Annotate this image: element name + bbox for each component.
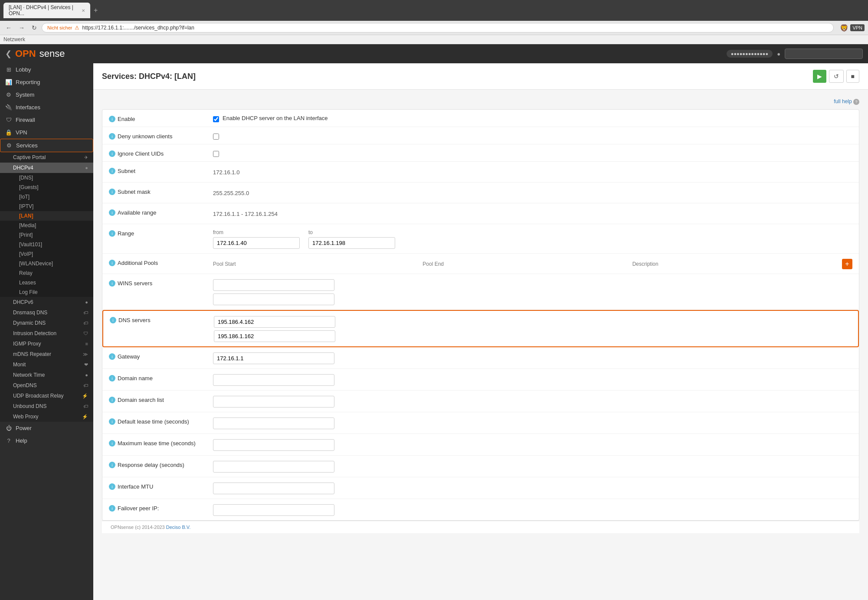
search-input[interactable] <box>785 49 863 59</box>
sidebar-submenu-unbound-dns[interactable]: Unbound DNS 🏷 <box>0 401 93 411</box>
sidebar-submenu-mdns[interactable]: mDNS Repeater ≫ <box>0 349 93 359</box>
sidebar-sub-dns[interactable]: [DNS] <box>0 173 93 183</box>
enable-info-icon[interactable]: i <box>109 116 115 122</box>
failover-input[interactable] <box>213 504 334 516</box>
range-info-icon[interactable]: i <box>109 230 115 237</box>
failover-info-icon[interactable]: i <box>109 505 115 512</box>
sidebar-sub-wlandevice[interactable]: [WLANDevice] <box>0 259 93 268</box>
sidebar-submenu-captive-portal[interactable]: Captive Portal ✈ <box>0 152 93 163</box>
sidebar-sub-guests[interactable]: [Guests] <box>0 183 93 192</box>
tab-close-button[interactable]: ✕ <box>82 8 85 13</box>
sidebar-submenu-intrusion-detection[interactable]: Intrusion Detection 🛡 <box>0 328 93 339</box>
dns-input-2[interactable] <box>214 330 335 342</box>
sidebar-sub-relay[interactable]: Relay <box>0 268 93 278</box>
deciso-link[interactable]: Deciso B.V. <box>166 525 190 530</box>
sidebar-submenu-igmp[interactable]: IGMP Proxy ≡ <box>0 339 93 349</box>
subnet-mask-info-icon[interactable]: i <box>109 189 115 195</box>
sidebar-item-vpn[interactable]: 🔒 VPN <box>0 126 93 139</box>
range-to-input[interactable] <box>308 237 395 249</box>
sidebar-submenu-dhcpv6[interactable]: DHCPv6 ● <box>0 297 93 307</box>
address-bar[interactable]: Nicht sicher ⚠ https://172.16.1.1:......… <box>42 23 834 33</box>
sidebar-item-lobby[interactable]: ⊞ Lobby <box>0 63 93 76</box>
interface-mtu-input[interactable] <box>213 483 334 494</box>
back-button[interactable]: ← <box>3 23 14 32</box>
default-lease-input[interactable] <box>213 417 334 429</box>
start-button[interactable]: ▶ <box>813 70 826 83</box>
forward-button[interactable]: → <box>16 23 27 32</box>
ignore-uids-info-icon[interactable]: i <box>109 150 115 157</box>
sidebar-submenu-monit[interactable]: Monit ❤ <box>0 359 93 370</box>
deny-info-icon[interactable]: i <box>109 133 115 140</box>
bookmarks-item[interactable]: Netzwerk <box>3 36 25 42</box>
udp-broadcast-label: UDP Broadcast Relay <box>13 393 64 399</box>
sidebar-sub-voip[interactable]: [VoIP] <box>0 249 93 259</box>
sidebar-sub-leases[interactable]: Leases <box>0 278 93 287</box>
sidebar-submenu-dhcpv4[interactable]: DHCPv4 ● <box>0 163 93 173</box>
sidebar-sub-print[interactable]: [Print] <box>0 230 93 240</box>
subnet-info-icon[interactable]: i <box>109 168 115 174</box>
sidebar-item-interfaces[interactable]: 🔌 Interfaces <box>0 101 93 114</box>
available-range-info-icon[interactable]: i <box>109 209 115 216</box>
reload-button[interactable]: ↻ <box>29 23 39 32</box>
subnet-static-value: 172.16.1.0 <box>213 167 239 178</box>
response-delay-info-icon[interactable]: i <box>109 462 115 468</box>
sidebar-item-power[interactable]: ⏻ Power <box>0 422 93 434</box>
sidebar-sub-iot[interactable]: [IoT] <box>0 192 93 202</box>
topbar: ❮ OPNsense ●●●●●●●●●●●●● ● <box>0 44 868 63</box>
monit-label: Monit <box>13 362 26 368</box>
domain-name-label: i Domain name <box>109 373 213 382</box>
dns-input-1[interactable] <box>214 316 335 328</box>
sidebar-item-help[interactable]: ? Help <box>0 434 93 447</box>
sidebar-item-firewall[interactable]: 🛡 Firewall <box>0 114 93 126</box>
max-lease-info-icon[interactable]: i <box>109 440 115 447</box>
sidebar-item-services[interactable]: ⚙ Services <box>0 139 93 152</box>
sidebar-item-reporting[interactable]: 📊 Reporting <box>0 76 93 88</box>
sidebar-submenu-dnsmasq[interactable]: Dnsmasq DNS 🏷 <box>0 307 93 318</box>
sidebar-submenu-dynamic-dns[interactable]: Dynamic DNS 🏷 <box>0 318 93 328</box>
full-help-link[interactable]: full help ? <box>102 98 859 105</box>
sidebar-sub-iptv[interactable]: [IPTV] <box>0 202 93 211</box>
sidebar-submenu-opendns[interactable]: OpenDNS 🏷 <box>0 380 93 391</box>
unbound-dns-icon: 🏷 <box>83 404 88 409</box>
default-lease-info-icon[interactable]: i <box>109 418 115 425</box>
domain-search-info-icon[interactable]: i <box>109 397 115 403</box>
refresh-button[interactable]: ↺ <box>829 70 844 83</box>
domain-name-input[interactable] <box>213 374 334 386</box>
sidebar-submenu-udp-broadcast[interactable]: UDP Broadcast Relay ⚡ <box>0 391 93 401</box>
sidebar-item-system[interactable]: ⚙ System <box>0 88 93 101</box>
browser-tab[interactable]: [LAN] · DHCPv4 | Services | OPN... ✕ <box>3 3 90 18</box>
default-lease-value <box>213 417 852 429</box>
dns-info-icon[interactable]: i <box>110 317 116 323</box>
wins-input-2[interactable] <box>213 293 334 305</box>
sidebar-label-system: System <box>16 91 34 98</box>
sidebar-sub-media[interactable]: [Media] <box>0 221 93 230</box>
range-from-input[interactable] <box>213 237 300 249</box>
stop-button[interactable]: ■ <box>846 70 859 83</box>
sidebar-submenu-web-proxy[interactable]: Web Proxy ⚡ <box>0 411 93 422</box>
sidebar-sub-log-file[interactable]: Log File <box>0 287 93 297</box>
wins-info-icon[interactable]: i <box>109 280 115 287</box>
interface-mtu-info-icon[interactable]: i <box>109 483 115 490</box>
collapse-button[interactable]: ❮ <box>5 49 12 59</box>
max-lease-input[interactable] <box>213 439 334 451</box>
mdns-icon: ≫ <box>83 352 88 357</box>
wins-input-1[interactable] <box>213 279 334 291</box>
domain-search-input[interactable] <box>213 396 334 408</box>
sidebar-submenu-network-time[interactable]: Network Time ● <box>0 370 93 380</box>
gateway-info-icon[interactable]: i <box>109 353 115 360</box>
sidebar-sub-vault101[interactable]: [Vault101] <box>0 240 93 249</box>
sidebar-sub-lan[interactable]: [LAN] <box>0 211 93 221</box>
additional-pools-info-icon[interactable]: i <box>109 260 115 266</box>
default-lease-label: i Default lease time (seconds) <box>109 417 213 425</box>
gateway-input[interactable] <box>213 352 334 364</box>
failover-label: i Failover peer IP: <box>109 503 213 512</box>
add-pool-button[interactable]: + <box>842 259 852 269</box>
deny-unknown-checkbox[interactable] <box>213 134 219 140</box>
form-row-subnet: i Subnet 172.16.1.0 <box>102 162 859 183</box>
services-submenu: Captive Portal ✈ DHCPv4 ● [DNS] [Guests] <box>0 152 93 422</box>
domain-name-info-icon[interactable]: i <box>109 375 115 382</box>
new-tab-button[interactable]: + <box>94 7 98 14</box>
response-delay-input[interactable] <box>213 461 334 473</box>
enable-checkbox[interactable] <box>213 116 219 122</box>
ignore-uids-checkbox[interactable] <box>213 151 219 157</box>
